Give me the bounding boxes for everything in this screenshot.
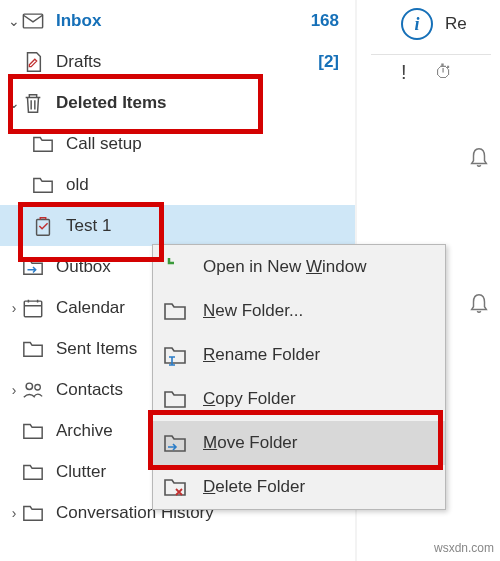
trash-icon <box>22 92 44 114</box>
clipboard-icon <box>32 215 54 237</box>
folder-icon <box>22 420 44 442</box>
envelope-icon <box>22 10 44 32</box>
folder-label: old <box>66 175 355 195</box>
reminder-icon[interactable]: ⏱ <box>435 62 453 83</box>
chevron-down-icon: ⌄ <box>8 95 20 111</box>
reply-label[interactable]: Re <box>445 14 467 34</box>
menu-label: Rename Folder <box>203 345 320 365</box>
draft-count: [2] <box>318 52 339 72</box>
calendar-icon <box>22 297 44 319</box>
folder-icon <box>32 174 54 196</box>
folder-label: Drafts <box>56 52 318 72</box>
menu-copy-folder[interactable]: Copy Folder <box>153 377 445 421</box>
menu-new-folder[interactable]: New Folder... <box>153 289 445 333</box>
info-icon: i <box>401 8 433 40</box>
menu-label: Delete Folder <box>203 477 305 497</box>
menu-label: Open in New Window <box>203 257 366 277</box>
menu-label: Move Folder <box>203 433 298 453</box>
folder-label: Deleted Items <box>56 93 355 113</box>
new-window-add-icon <box>163 255 187 279</box>
menu-move-folder[interactable]: Move Folder <box>153 421 445 465</box>
folder-label: Call setup <box>66 134 355 154</box>
menu-label: New Folder... <box>203 301 303 321</box>
folder-icon <box>22 502 44 524</box>
folder-item-drafts[interactable]: › Drafts [2] <box>0 41 355 82</box>
bell-icon[interactable] <box>468 290 490 316</box>
people-icon <box>22 379 44 401</box>
folder-label: Inbox <box>56 11 311 31</box>
folder-item-callsetup[interactable]: › Call setup <box>0 123 355 164</box>
unread-count: 168 <box>311 11 339 31</box>
importance-icon[interactable]: ! <box>401 61 407 84</box>
delete-folder-icon <box>163 475 187 499</box>
menu-rename-folder[interactable]: Rename Folder <box>153 333 445 377</box>
rename-folder-icon <box>163 343 187 367</box>
folder-context-menu: Open in New Window New Folder... Rename … <box>152 244 446 510</box>
bell-icon[interactable] <box>468 144 490 170</box>
folder-icon <box>22 461 44 483</box>
folder-item-test1[interactable]: › Test 1 <box>0 205 355 246</box>
menu-label: Copy Folder <box>203 389 296 409</box>
chevron-right-icon: › <box>8 505 20 521</box>
menu-open-new-window[interactable]: Open in New Window <box>153 245 445 289</box>
chevron-right-icon: › <box>8 382 20 398</box>
outbox-icon <box>22 256 44 278</box>
folder-item-inbox[interactable]: ⌄ Inbox 168 <box>0 0 355 41</box>
move-folder-icon <box>163 431 187 455</box>
folder-item-old[interactable]: › old <box>0 164 355 205</box>
folder-label: Test 1 <box>66 216 355 236</box>
chevron-down-icon: ⌄ <box>8 13 20 29</box>
folder-icon <box>163 387 187 411</box>
watermark: wsxdn.com <box>434 541 494 555</box>
folder-item-deleted[interactable]: ⌄ Deleted Items <box>0 82 355 123</box>
draft-icon <box>22 51 44 73</box>
folder-icon <box>32 133 54 155</box>
chevron-right-icon: › <box>8 300 20 316</box>
folder-icon <box>163 299 187 323</box>
menu-delete-folder[interactable]: Delete Folder <box>153 465 445 509</box>
folder-icon <box>22 338 44 360</box>
